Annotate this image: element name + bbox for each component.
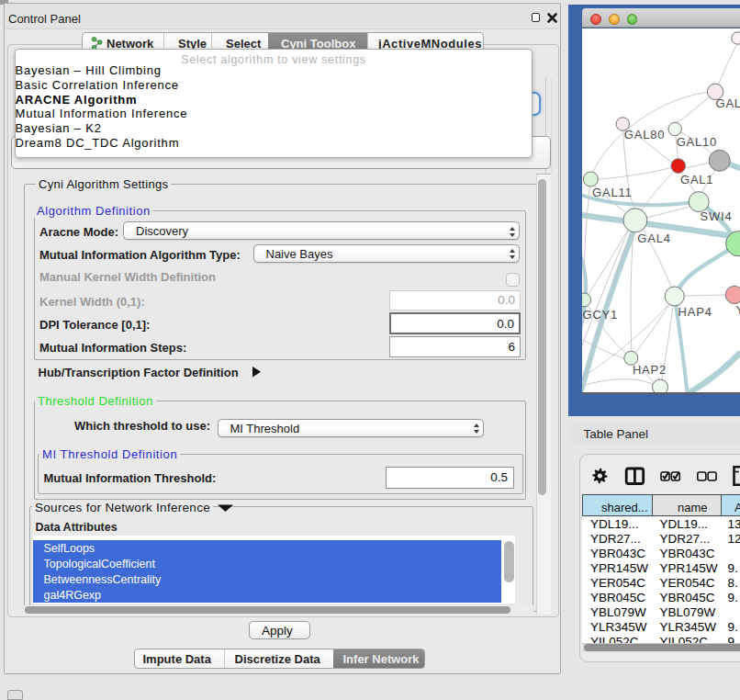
svg-text:GCY1: GCY1	[582, 307, 618, 321]
svg-text:HAP4: HAP4	[678, 304, 712, 318]
svg-text:SWI4: SWI4	[700, 209, 732, 222]
svg-text:GAL10: GAL10	[676, 135, 716, 149]
svg-text:GAL11: GAL11	[592, 185, 632, 198]
svg-text:Y: Y	[735, 303, 740, 317]
svg-text:GAL1: GAL1	[679, 173, 712, 186]
svg-text:GAL4: GAL4	[637, 231, 670, 245]
svg-text:HAP2: HAP2	[632, 363, 666, 377]
svg-text:GAL: GAL	[715, 96, 740, 110]
svg-text:GAL80: GAL80	[623, 128, 664, 141]
